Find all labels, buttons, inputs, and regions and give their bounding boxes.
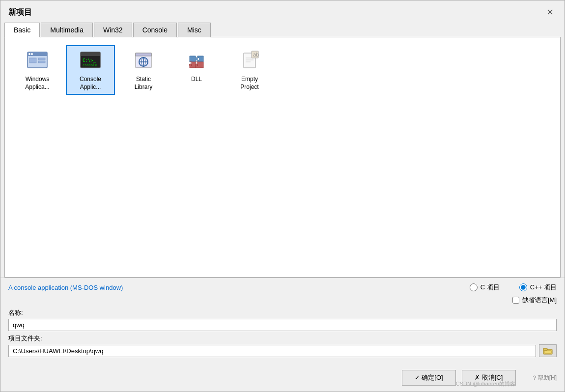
project-item-empty-project[interactable]: ab EmptyProject — [225, 45, 274, 95]
empty-project-label: EmptyProject — [240, 76, 258, 91]
bottom-section: A console application (MS-DOS window) C … — [0, 278, 565, 365]
empty-project-icon: ab — [238, 49, 261, 73]
description-text: A console application (MS-DOS window) — [8, 284, 123, 291]
console-app-label: ConsoleApplic... — [80, 76, 101, 91]
console-app-icon: C:\>_ console — [79, 49, 102, 73]
svg-rect-10 — [81, 55, 100, 56]
project-item-console-app[interactable]: C:\>_ console ConsoleApplic... — [66, 45, 115, 95]
radio-group: C 项目 C++ 项目 — [470, 283, 557, 292]
svg-rect-14 — [136, 53, 151, 56]
project-item-static-lib[interactable]: StaticLibrary — [119, 45, 168, 95]
tab-multimedia[interactable]: Multimedia — [41, 23, 93, 37]
radio-cpp-input[interactable] — [519, 283, 527, 291]
default-language-checkbox[interactable] — [512, 297, 519, 304]
tabs-container: Basic Multimedia Win32 Console Misc — [0, 22, 565, 37]
project-items-list: WindowsApplica... C:\>_ console ConsoleA… — [13, 45, 552, 95]
svg-rect-6 — [38, 58, 45, 60]
name-label: 名称: — [8, 308, 557, 317]
svg-rect-26 — [543, 348, 547, 350]
tab-win32[interactable]: Win32 — [94, 23, 132, 37]
close-button[interactable]: ✕ — [543, 5, 557, 19]
svg-text:ab: ab — [253, 52, 259, 57]
folder-input[interactable] — [8, 345, 536, 357]
radio-c-label[interactable]: C 项目 — [470, 283, 500, 292]
static-lib-icon — [132, 49, 155, 73]
radio-cpp-label[interactable]: C++ 项目 — [519, 283, 557, 292]
folder-row: 项目文件夹: — [8, 334, 557, 357]
dialog-title: 新项目 — [8, 7, 32, 18]
svg-text:C:\>_: C:\>_ — [83, 58, 96, 63]
svg-rect-27 — [544, 351, 551, 353]
title-bar: 新项目 ✕ — [0, 0, 565, 22]
folder-label: 项目文件夹: — [8, 334, 557, 343]
tab-console[interactable]: Console — [133, 23, 177, 37]
tab-misc[interactable]: Misc — [178, 23, 211, 37]
watermark: CSDN @luhaoren的博客 — [456, 380, 515, 388]
static-lib-label: StaticLibrary — [135, 76, 153, 91]
dll-icon — [185, 49, 208, 73]
tab-basic[interactable]: Basic — [4, 23, 40, 37]
dll-label: DLL — [191, 76, 202, 84]
checkbox-row: 缺省语言[M] — [8, 296, 557, 305]
svg-text:console: console — [83, 63, 97, 67]
help-text[interactable]: ？帮助[H] — [532, 374, 557, 382]
radio-c-input[interactable] — [470, 283, 478, 291]
new-project-dialog: 新项目 ✕ Basic Multimedia Win32 Console Mis… — [0, 0, 565, 392]
svg-point-3 — [28, 53, 30, 55]
svg-rect-7 — [38, 61, 45, 63]
svg-rect-5 — [29, 58, 36, 63]
name-row: 名称: — [8, 308, 557, 331]
svg-rect-2 — [28, 55, 47, 56]
project-item-windows-app[interactable]: WindowsApplica... — [13, 45, 62, 95]
svg-point-4 — [31, 53, 33, 55]
project-item-dll[interactable]: DLL — [172, 45, 221, 87]
name-input[interactable] — [8, 319, 557, 331]
windows-app-label: WindowsApplica... — [25, 76, 49, 91]
ok-button[interactable]: ✓ 确定[O] — [402, 370, 456, 386]
folder-input-row — [8, 344, 557, 357]
description-row: A console application (MS-DOS window) C … — [8, 283, 557, 292]
project-panel: WindowsApplica... C:\>_ console ConsoleA… — [4, 37, 561, 278]
default-language-checkbox-label[interactable]: 缺省语言[M] — [512, 296, 557, 305]
browse-button[interactable] — [539, 344, 557, 357]
tabs-row: Basic Multimedia Win32 Console Misc — [4, 22, 561, 37]
windows-app-icon — [26, 49, 49, 73]
